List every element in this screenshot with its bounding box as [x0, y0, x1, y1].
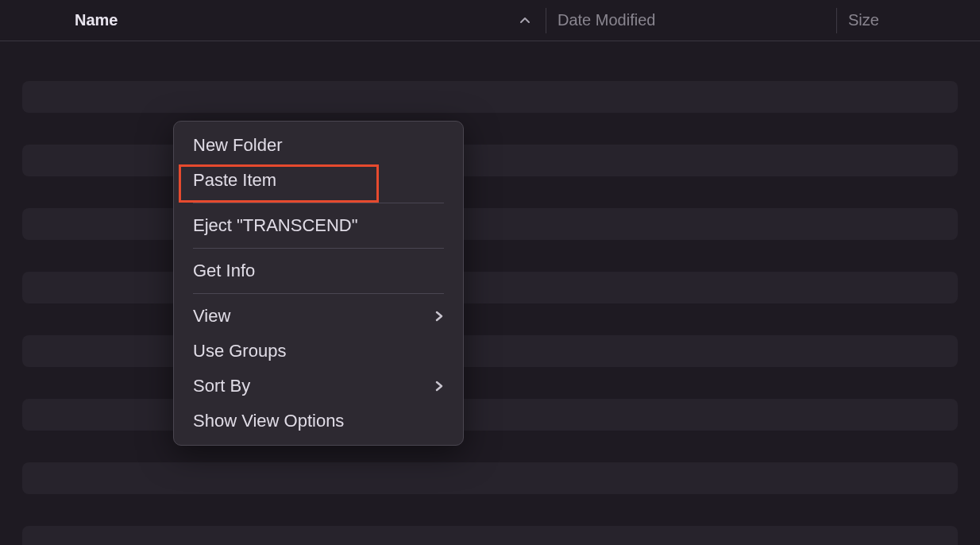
menu-item-eject[interactable]: Eject "TRANSCEND": [174, 208, 463, 243]
column-name-label: Name: [75, 11, 118, 29]
list-row[interactable]: [22, 272, 958, 303]
menu-separator: [193, 248, 444, 249]
menu-item-label: Use Groups: [193, 341, 286, 361]
menu-separator: [193, 203, 444, 203]
menu-item-label: Show View Options: [193, 411, 344, 431]
list-row[interactable]: [22, 399, 958, 431]
menu-item-paste-item[interactable]: Paste Item: [174, 163, 463, 198]
list-row[interactable]: [22, 526, 958, 545]
column-size-label: Size: [848, 11, 879, 29]
menu-item-label: New Folder: [193, 135, 282, 156]
menu-item-get-info[interactable]: Get Info: [174, 253, 463, 288]
chevron-right-icon: [434, 380, 444, 392]
menu-item-label: View: [193, 306, 230, 327]
menu-item-use-groups[interactable]: Use Groups: [174, 334, 463, 369]
menu-item-view[interactable]: View: [174, 299, 463, 334]
list-row[interactable]: [22, 208, 958, 240]
chevron-right-icon: [434, 310, 444, 323]
column-header-row: Name Date Modified Size: [0, 0, 980, 41]
menu-item-label: Eject "TRANSCEND": [193, 215, 358, 236]
sort-ascending-icon: [519, 14, 531, 27]
menu-item-sort-by[interactable]: Sort By: [174, 369, 463, 404]
menu-separator: [193, 293, 444, 294]
menu-item-label: Paste Item: [193, 170, 276, 191]
list-row[interactable]: [22, 145, 958, 176]
menu-item-label: Get Info: [193, 261, 255, 281]
column-date-label: Date Modified: [558, 11, 655, 29]
menu-item-label: Sort By: [193, 376, 250, 396]
file-list-area[interactable]: [0, 41, 980, 545]
list-row[interactable]: [22, 335, 958, 367]
column-header-date-modified[interactable]: Date Modified: [546, 11, 836, 29]
menu-item-new-folder[interactable]: New Folder: [174, 128, 463, 163]
list-row[interactable]: [22, 462, 958, 494]
context-menu: New Folder Paste Item Eject "TRANSCEND" …: [173, 121, 464, 446]
list-row[interactable]: [22, 81, 958, 113]
menu-item-show-view-options[interactable]: Show View Options: [174, 404, 463, 439]
column-header-name[interactable]: Name: [0, 11, 546, 29]
column-header-size[interactable]: Size: [837, 11, 980, 29]
